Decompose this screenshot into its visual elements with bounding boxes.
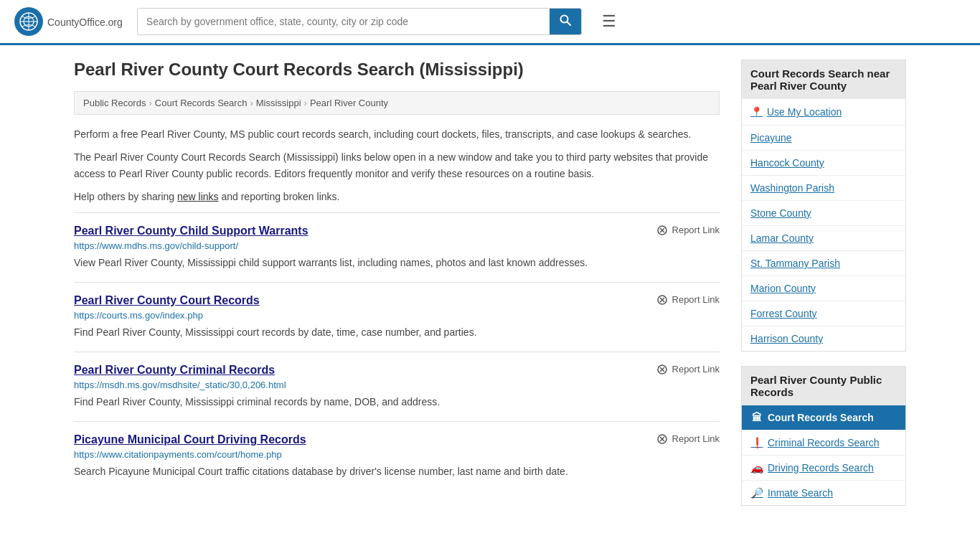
new-links-link[interactable]: new links — [177, 191, 219, 202]
record-desc: View Pearl River County, Mississippi chi… — [74, 255, 720, 270]
report-icon — [656, 433, 668, 445]
breadcrumb-public-records[interactable]: Public Records — [83, 98, 146, 108]
record-title-row: Picayune Municipal Court Driving Records… — [74, 433, 720, 446]
record-url[interactable]: https://courts.ms.gov/index.php — [74, 310, 720, 321]
logo-text: CountyOffice.org — [47, 14, 123, 29]
sidebar-item-icon: 🏛 — [750, 412, 763, 423]
sidebar-item-icon: ❗ — [750, 437, 763, 448]
sidebar: Court Records Search near Pearl River Co… — [741, 60, 906, 520]
nearby-item[interactable]: Lamar County — [742, 226, 905, 251]
record-entry: Pearl River County Child Support Warrant… — [74, 212, 720, 282]
main-container: Pearl River County Court Records Search … — [60, 45, 920, 534]
record-title[interactable]: Pearl River County Court Records — [74, 294, 260, 307]
sidebar-item-icon: 🚗 — [750, 462, 763, 474]
nearby-section: Court Records Search near Pearl River Co… — [741, 60, 906, 352]
sidebar-item-label: Driving Records Search — [768, 462, 874, 474]
record-title-row: Pearl River County Court Records Report … — [74, 294, 720, 307]
nearby-item[interactable]: Marion County — [742, 276, 905, 301]
report-icon — [656, 364, 668, 375]
record-desc: Find Pearl River County, Mississippi cou… — [74, 325, 720, 340]
nearby-title: Court Records Search near Pearl River Co… — [742, 60, 905, 99]
intro-pre: Help others by sharing — [74, 191, 177, 202]
public-records-item[interactable]: ❗Criminal Records Search — [742, 430, 905, 456]
record-title[interactable]: Pearl River County Criminal Records — [74, 364, 275, 377]
intro-post: and reporting broken links. — [219, 191, 340, 202]
record-title-row: Pearl River County Criminal Records Repo… — [74, 364, 720, 377]
nearby-item[interactable]: Washington Parish — [742, 176, 905, 201]
nearby-item[interactable]: Picayune — [742, 126, 905, 151]
breadcrumb-mississippi[interactable]: Mississippi — [256, 98, 301, 108]
record-title[interactable]: Picayune Municipal Court Driving Records — [74, 433, 306, 446]
breadcrumb-current: Pearl River County — [310, 98, 388, 108]
breadcrumb-sep-3: › — [304, 98, 307, 108]
breadcrumb-sep-1: › — [149, 98, 151, 108]
use-location-label: Use My Location — [767, 106, 842, 118]
breadcrumb-court-records[interactable]: Court Records Search — [155, 98, 248, 108]
sidebar-item-label: Inmate Search — [768, 487, 833, 499]
report-link-btn[interactable]: Report Link — [656, 294, 720, 306]
breadcrumb: Public Records › Court Records Search › … — [74, 91, 720, 115]
nearby-items-list: PicayuneHancock CountyWashington ParishS… — [742, 126, 905, 351]
logo-name: CountyOffice — [47, 17, 105, 28]
main-content: Pearl River County Court Records Search … — [74, 60, 720, 520]
use-my-location[interactable]: 📍 Use My Location — [742, 99, 905, 126]
pin-icon: 📍 — [750, 106, 763, 118]
hamburger-menu[interactable]: ☰ — [602, 12, 616, 31]
search-input[interactable] — [138, 9, 550, 34]
report-link-btn[interactable]: Report Link — [656, 364, 720, 375]
record-desc: Search Picayune Municipal Court traffic … — [74, 464, 720, 479]
public-records-item[interactable]: 🏛Court Records Search — [742, 405, 905, 430]
report-icon — [656, 294, 668, 306]
sidebar-item-label: Court Records Search — [768, 412, 874, 423]
nearby-item[interactable]: Harrison County — [742, 326, 905, 351]
search-button[interactable] — [550, 9, 581, 34]
record-url[interactable]: https://www.mdhs.ms.gov/child-support/ — [74, 240, 720, 251]
report-link-btn[interactable]: Report Link — [656, 225, 720, 236]
record-entry: Picayune Municipal Court Driving Records… — [74, 421, 720, 491]
record-entry: Pearl River County Criminal Records Repo… — [74, 352, 720, 421]
public-records-title: Pearl River County Public Records — [742, 367, 905, 405]
record-desc: Find Pearl River County, Mississippi cri… — [74, 395, 720, 410]
sidebar-item-label: Criminal Records Search — [768, 437, 880, 448]
report-link-btn[interactable]: Report Link — [656, 433, 720, 445]
nearby-item[interactable]: Hancock County — [742, 151, 905, 176]
search-bar — [137, 8, 582, 35]
records-list: Pearl River County Child Support Warrant… — [74, 212, 720, 491]
record-url[interactable]: https://msdh.ms.gov/msdhsite/_static/30,… — [74, 380, 720, 390]
intro-paragraph-1: Perform a free Pearl River County, MS pu… — [74, 126, 720, 142]
public-records-list: 🏛Court Records Search❗Criminal Records S… — [742, 405, 905, 505]
nearby-item[interactable]: Forrest County — [742, 301, 905, 326]
report-icon — [656, 225, 668, 236]
sidebar-item-icon: 🔎 — [750, 487, 763, 499]
record-title-row: Pearl River County Child Support Warrant… — [74, 225, 720, 237]
record-url[interactable]: https://www.citationpayments.com/court/h… — [74, 449, 720, 460]
nearby-item[interactable]: Stone County — [742, 201, 905, 226]
logo-icon — [14, 7, 43, 36]
page-title: Pearl River County Court Records Search … — [74, 60, 720, 80]
site-header: CountyOffice.org ☰ — [0, 0, 980, 45]
public-records-item[interactable]: 🔎Inmate Search — [742, 481, 905, 505]
svg-line-5 — [567, 22, 570, 26]
record-entry: Pearl River County Court Records Report … — [74, 282, 720, 352]
site-logo[interactable]: CountyOffice.org — [14, 7, 123, 36]
intro-paragraph-2: The Pearl River County Court Records Sea… — [74, 149, 720, 182]
breadcrumb-sep-2: › — [250, 98, 253, 108]
nearby-item[interactable]: St. Tammany Parish — [742, 251, 905, 276]
record-title[interactable]: Pearl River County Child Support Warrant… — [74, 225, 308, 237]
logo-suffix: .org — [105, 17, 123, 28]
intro-paragraph-3: Help others by sharing new links and rep… — [74, 189, 720, 204]
public-records-item[interactable]: 🚗Driving Records Search — [742, 456, 905, 481]
public-records-section: Pearl River County Public Records 🏛Court… — [741, 366, 906, 506]
